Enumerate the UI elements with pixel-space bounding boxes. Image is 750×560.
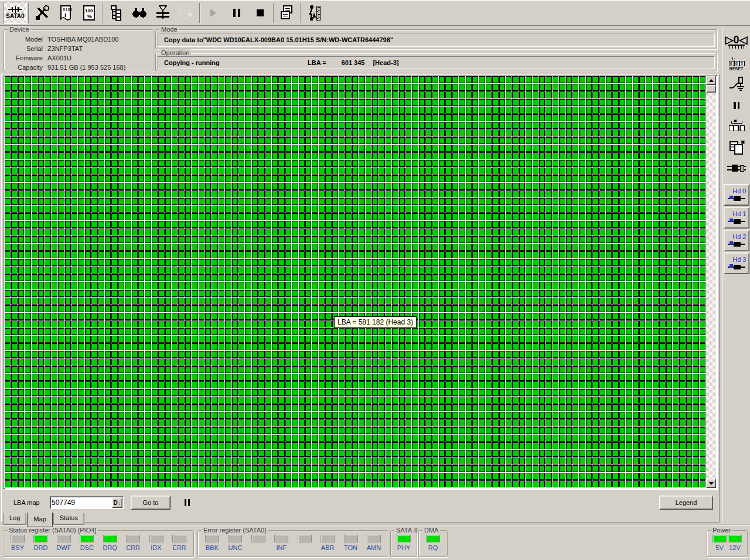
sata-group-title: SATA-II: [394, 527, 420, 534]
status-bar: Status register (SATA0)-[PIO4] BSYDRDDWF…: [0, 525, 750, 560]
led-indicator: [11, 535, 25, 542]
lba-input[interactable]: [52, 498, 111, 507]
led-indicator: [126, 535, 140, 542]
drive-letter: D: [113, 500, 117, 506]
device-field-row: SerialZ3NFP3TAT: [6, 44, 151, 53]
exit-button[interactable]: [302, 2, 326, 24]
lba-controls-row: LBA map D↓ Go to Legend: [2, 493, 720, 513]
stop-button[interactable]: [248, 2, 272, 24]
dma-group-title: DMA: [422, 527, 440, 534]
write-registers-button[interactable]: ✖↓: [725, 116, 748, 137]
head-button-1[interactable]: Hd 1: [724, 207, 749, 228]
svg-text:i: i: [64, 11, 66, 18]
map-scrollbar[interactable]: [706, 76, 716, 488]
tab-status[interactable]: Status: [53, 513, 84, 525]
tab-log[interactable]: Log: [3, 513, 26, 525]
svg-text:0: 0: [730, 62, 732, 66]
copy-pages-button[interactable]: [275, 2, 299, 24]
legend-button[interactable]: Legend: [659, 496, 713, 510]
pause-icon: [733, 101, 740, 110]
database-icon: [179, 5, 194, 21]
head-button-label: Hd 3: [732, 256, 746, 263]
lba-dropdown-button[interactable]: D↓: [112, 497, 122, 508]
clear-copies-button[interactable]: ✖: [725, 137, 748, 158]
map-tab-page: LBA = 581 182 (Head 3) LBA map D↓ Go to …: [1, 74, 720, 523]
reset-icon: 1↓000: [728, 56, 745, 67]
drop-arrow-icon: ↓: [118, 500, 121, 506]
recalibrate-zero-button[interactable]: ▷0◁: [725, 32, 748, 53]
run-button[interactable]: [202, 2, 225, 24]
led-indicator: [712, 535, 727, 542]
led-label: 5V: [715, 544, 723, 551]
head-button-3[interactable]: Hd 3: [724, 252, 749, 274]
svg-text:%: %: [87, 13, 92, 19]
led-label: DWF: [56, 544, 71, 551]
led-bbk: BBK: [203, 535, 221, 551]
led-indicator: [103, 535, 117, 542]
pause-button[interactable]: [225, 2, 248, 24]
script-log-button[interactable]: 0101i: [54, 2, 77, 24]
head-button-2[interactable]: Hd 2: [724, 230, 749, 251]
svg-text:1↓: 1↓: [731, 57, 735, 61]
bus-link-button[interactable]: [725, 158, 748, 179]
led-indicator: [80, 535, 94, 542]
database-button[interactable]: [175, 2, 198, 24]
down-arrow-icon: [709, 482, 714, 485]
led-unc: UNC: [226, 535, 244, 551]
led-err: ERR: [170, 535, 189, 551]
registers-icon: ✖↓: [728, 119, 745, 134]
led-inf: INF: [272, 535, 291, 551]
lba-map-frame: [4, 75, 718, 490]
toolbar-separator: [28, 3, 29, 23]
led-drd: DRD: [31, 535, 50, 551]
device-fields: ModelTOSHIBA MQ01ABD100SerialZ3NFP3TATFi…: [6, 35, 151, 72]
svg-text:0: 0: [741, 62, 743, 66]
up-arrow-icon: [709, 79, 714, 82]
funnel-platters-icon: [155, 5, 171, 21]
zero-track-icon: ▷0◁: [725, 35, 748, 45]
led-label: DRD: [34, 544, 48, 551]
utilities-button[interactable]: [30, 2, 54, 24]
led-label: 12V: [729, 544, 741, 551]
error-register-leds: BBKUNCINFABRTONAMN: [198, 531, 388, 551]
reset-registers-button[interactable]: 1↓000 RESET: [725, 53, 748, 74]
led-indicator: [321, 535, 335, 542]
operation-panel-title: Operation: [159, 49, 191, 56]
stop-icon: [256, 9, 264, 17]
main-toolbar: SATA0 0101i 100%: [0, 0, 750, 26]
fill-100-percent-button[interactable]: 100%: [77, 2, 101, 24]
exit-person-icon: [306, 5, 322, 21]
led-indicator: [344, 535, 358, 542]
search-button[interactable]: [128, 2, 151, 24]
device-field-value: Z3NFP3TAT: [47, 44, 83, 53]
led-indicator: [149, 535, 163, 542]
scrollbar-up-button[interactable]: [706, 76, 716, 85]
dma-leds: RQ: [419, 531, 447, 551]
operation-status: Copying - running: [158, 59, 308, 66]
head-filter-button[interactable]: [151, 2, 175, 24]
scrollbar-thumb[interactable]: [706, 85, 716, 93]
mode-text: Copy data to"WDC WD10EALX-009BA0 15.01H1…: [158, 36, 393, 43]
led-amn: AMN: [364, 535, 383, 551]
binoculars-search-icon: [131, 6, 148, 20]
goto-button[interactable]: Go to: [131, 496, 171, 510]
sata0-port-button[interactable]: SATA0: [4, 2, 27, 24]
relay-switch-icon: [728, 76, 745, 93]
percent-page-icon: 100%: [83, 5, 96, 21]
device-field-row: ModelTOSHIBA MQ01ABD100: [6, 35, 151, 44]
led-indicator: [397, 535, 411, 542]
resource-tree-button[interactable]: [104, 2, 128, 24]
sidebar-pause-button[interactable]: [725, 95, 748, 116]
scrollbar-track[interactable]: [706, 93, 716, 479]
operation-panel: Operation Copying - running LBA = 601 34…: [155, 53, 717, 71]
power-relay-button[interactable]: [725, 74, 748, 95]
mode-panel-title: Mode: [159, 26, 179, 33]
led-label: UNC: [229, 544, 243, 551]
head-button-0[interactable]: Hd 0: [724, 184, 749, 206]
lba-map-grid[interactable]: [4, 76, 706, 488]
led-indicator: [33, 535, 47, 542]
tab-map[interactable]: Map: [27, 513, 52, 527]
led-label: TON: [344, 544, 357, 551]
lba-input-wrap: D↓: [50, 496, 124, 509]
scrollbar-down-button[interactable]: [706, 479, 716, 488]
